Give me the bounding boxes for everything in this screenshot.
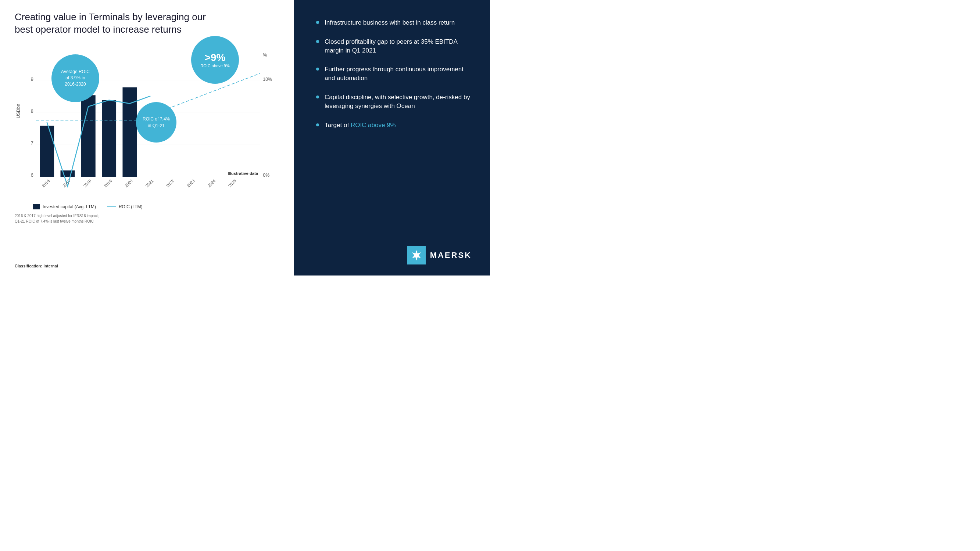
svg-text:0%: 0% [263, 173, 269, 178]
bullet-item-1: Infrastructure business with best in cla… [316, 18, 472, 27]
bullet-dot-2 [316, 40, 319, 43]
bubble-target: >9% ROIC above 9% [191, 36, 239, 84]
slide-title: Creating value in Terminals by leveragin… [15, 11, 279, 36]
bullet-text-1: Infrastructure business with best in cla… [325, 18, 455, 27]
bubble-avg: Average ROIC of 3.9% in 2016-2020 [51, 54, 99, 102]
bar-2019 [102, 100, 116, 177]
highlight-roic: ROIC above 9% [351, 122, 396, 129]
svg-text:USDbn: USDbn [16, 103, 21, 118]
right-panel: Infrastructure business with best in cla… [294, 0, 490, 275]
legend-invested-capital: Invested capital (Avg. LTM) [33, 204, 96, 210]
bullet-text-5: Target of ROIC above 9% [325, 121, 396, 130]
svg-text:2025: 2025 [228, 178, 237, 188]
bullet-text-4: Capital discipline, with selective growt… [325, 93, 472, 111]
bubble-q1: ROIC of 7.4% in Q1-21 [136, 102, 177, 143]
svg-text:2019: 2019 [103, 178, 113, 188]
svg-text:Illustrative data: Illustrative data [228, 171, 258, 176]
svg-marker-29 [412, 250, 421, 260]
svg-text:6: 6 [30, 172, 33, 178]
svg-text:2016: 2016 [41, 178, 51, 188]
bullet-dot-1 [316, 21, 319, 24]
bullet-list: Infrastructure business with best in cla… [316, 18, 472, 239]
bullet-item-4: Capital discipline, with selective growt… [316, 93, 472, 111]
bullet-dot-4 [316, 95, 319, 98]
legend-line-cyan [107, 206, 116, 207]
bullet-item-2: Closed profitability gap to peers at 35%… [316, 38, 472, 55]
bullet-item-3: Further progress through continuous impr… [316, 65, 472, 83]
svg-text:2018: 2018 [82, 178, 92, 188]
bullet-item-5: Target of ROIC above 9% [316, 121, 472, 130]
svg-text:2020: 2020 [124, 178, 134, 188]
bar-2016 [40, 125, 54, 177]
svg-text:7: 7 [30, 140, 33, 146]
chart-area: Average ROIC of 3.9% in 2016-2020 ROIC o… [15, 43, 279, 260]
maersk-star-icon [407, 246, 426, 265]
bullet-text-3: Further progress through continuous impr… [325, 65, 472, 83]
svg-text:9: 9 [30, 76, 33, 82]
maersk-name-text: MAERSK [430, 251, 472, 260]
footnote: 2016 & 2017 high level adjusted for IFRS… [15, 213, 279, 224]
bullet-text-2: Closed profitability gap to peers at 35%… [325, 38, 472, 55]
bullet-dot-5 [316, 124, 319, 126]
svg-text:2022: 2022 [165, 178, 175, 188]
svg-text:%: % [263, 52, 267, 57]
svg-text:2024: 2024 [207, 178, 216, 188]
maersk-logo: MAERSK [407, 246, 472, 265]
legend-area: Invested capital (Avg. LTM) ROIC (LTM) [33, 204, 279, 210]
legend-roic: ROIC (LTM) [107, 204, 142, 210]
svg-text:8: 8 [30, 108, 33, 114]
legend-rect-dark [33, 204, 40, 210]
bullet-dot-3 [316, 68, 319, 70]
classification-label: Classification: Internal [15, 264, 279, 268]
chart-container: Average ROIC of 3.9% in 2016-2020 ROIC o… [15, 43, 279, 201]
svg-text:2021: 2021 [145, 178, 154, 188]
svg-text:2023: 2023 [186, 178, 196, 188]
left-panel: Creating value in Terminals by leveragin… [0, 0, 294, 275]
bar-2020 [123, 87, 137, 177]
svg-text:10%: 10% [263, 77, 272, 82]
svg-text:2017: 2017 [62, 178, 71, 188]
